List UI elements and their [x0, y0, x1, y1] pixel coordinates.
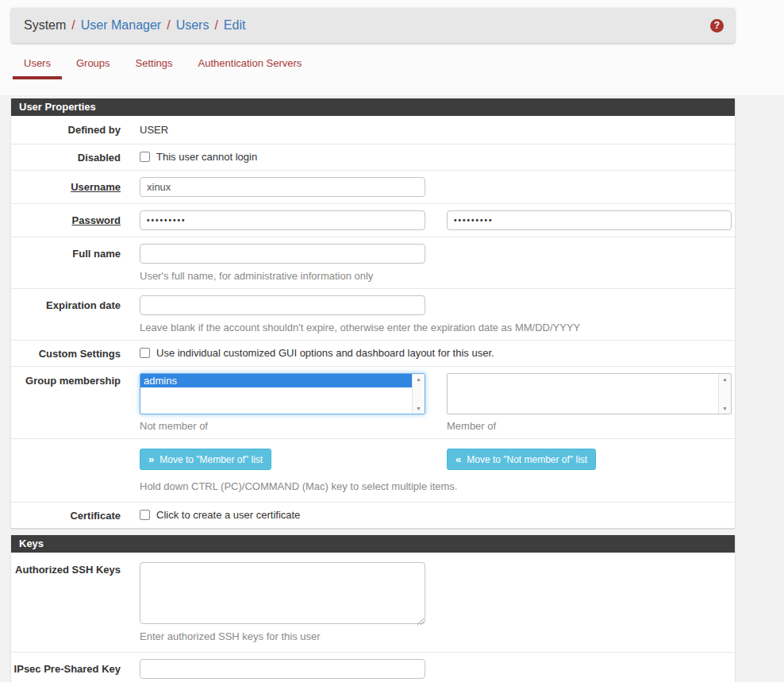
- panel-title-keys: Keys: [11, 535, 735, 553]
- certificate-checkbox-wrap: Click to create a user certificate: [140, 509, 732, 521]
- form-row-password: Password: [11, 204, 735, 237]
- user-properties-panel: User Properties Defined by USER Disabled…: [11, 98, 735, 528]
- breadcrumb-separator: /: [214, 18, 217, 33]
- custom-settings-label: Custom Settings: [11, 347, 121, 360]
- listbox-scrollbar[interactable]: ▲ ▼: [718, 374, 731, 414]
- defined-by-value: USER: [140, 124, 168, 136]
- ipsec-psk-input[interactable]: [140, 659, 425, 679]
- not-member-of-listbox[interactable]: admins ▲ ▼: [140, 373, 425, 414]
- breadcrumb-separator: /: [71, 18, 75, 33]
- scroll-up-icon[interactable]: ▲: [722, 376, 728, 382]
- tab-users[interactable]: Users: [13, 57, 62, 79]
- password-label: Password: [11, 210, 121, 230]
- disabled-label: Disabled: [11, 151, 121, 164]
- form-row-ipsec-psk: IPsec Pre-Shared Key: [11, 653, 735, 682]
- breadcrumb-link-users[interactable]: Users: [176, 18, 209, 33]
- expiration-date-help: Leave blank if the account shouldn't exp…: [140, 322, 732, 333]
- move-buttons-spacer: [11, 449, 121, 492]
- password-confirm-input[interactable]: [447, 210, 732, 230]
- full-name-help: User's full name, for administrative inf…: [140, 270, 732, 282]
- help-icon[interactable]: ?: [710, 19, 724, 33]
- breadcrumb-link-edit[interactable]: Edit: [224, 18, 246, 33]
- custom-settings-checkbox-wrap: Use individual customized GUI options an…: [140, 347, 732, 359]
- tab-groups[interactable]: Groups: [65, 57, 121, 79]
- double-left-arrow-icon: «: [455, 453, 461, 465]
- scroll-up-icon[interactable]: ▲: [416, 376, 421, 382]
- form-row-custom-settings: Custom Settings Use individual customize…: [11, 341, 735, 367]
- custom-settings-checkbox-label: Use individual customized GUI options an…: [156, 347, 494, 359]
- move-to-not-member-button-label: Move to "Not member of" list: [467, 454, 587, 465]
- form-row-move-buttons: » Move to "Member of" list « Move to "No…: [11, 439, 735, 503]
- form-row-username: Username: [11, 171, 735, 204]
- scroll-down-icon[interactable]: ▼: [722, 406, 728, 411]
- form-row-certificate: Certificate Click to create a user certi…: [11, 503, 735, 528]
- disabled-checkbox-label: This user cannot login: [156, 151, 257, 163]
- disabled-checkbox[interactable]: [140, 152, 150, 162]
- tab-settings[interactable]: Settings: [125, 57, 184, 79]
- keys-panel: Keys Authorized SSH Keys Enter authorize…: [11, 535, 735, 682]
- form-row-disabled: Disabled This user cannot login: [11, 144, 735, 171]
- group-membership-help: Hold down CTRL (PC)/COMMAND (Mac) key to…: [140, 480, 732, 492]
- expiration-date-label: Expiration date: [11, 295, 121, 333]
- listbox-option-admins[interactable]: admins: [140, 374, 412, 387]
- password-input[interactable]: [140, 210, 425, 230]
- custom-settings-checkbox[interactable]: [140, 348, 150, 358]
- certificate-checkbox-label: Click to create a user certificate: [156, 509, 300, 521]
- ssh-keys-label: Authorized SSH Keys: [11, 562, 121, 642]
- full-name-input[interactable]: [140, 244, 425, 264]
- breadcrumb: System / User Manager / Users / Edit ?: [11, 8, 735, 43]
- certificate-checkbox[interactable]: [140, 510, 150, 520]
- tab-authentication-servers[interactable]: Authentication Servers: [187, 57, 313, 79]
- breadcrumb-link-user-manager[interactable]: User Manager: [81, 18, 161, 33]
- ssh-keys-help: Enter authorized SSH keys for this user: [140, 630, 732, 642]
- full-name-label: Full name: [11, 244, 121, 282]
- username-label: Username: [11, 177, 121, 197]
- certificate-label: Certificate: [11, 509, 121, 522]
- not-member-of-caption: Not member of: [140, 420, 425, 432]
- form-row-defined-by: Defined by USER: [11, 116, 735, 144]
- form-row-group-membership: Group membership admins ▲ ▼ Not member o…: [11, 367, 735, 439]
- page-header: System / User Manager / Users / Edit ? U…: [0, 0, 784, 95]
- form-row-full-name: Full name User's full name, for administ…: [11, 237, 735, 289]
- form-row-ssh-keys: Authorized SSH Keys Enter authorized SSH…: [11, 553, 735, 653]
- move-to-not-member-button[interactable]: « Move to "Not member of" list: [447, 449, 596, 470]
- double-right-arrow-icon: »: [148, 453, 154, 465]
- username-input[interactable]: [140, 177, 425, 197]
- ssh-keys-textarea[interactable]: [140, 562, 425, 624]
- disabled-checkbox-wrap: This user cannot login: [140, 151, 732, 163]
- member-of-caption: Member of: [447, 420, 732, 432]
- breadcrumb-separator: /: [167, 18, 170, 33]
- move-to-member-button[interactable]: » Move to "Member of" list: [140, 449, 271, 470]
- defined-by-label: Defined by: [11, 124, 121, 136]
- breadcrumb-root: System: [24, 18, 66, 33]
- group-membership-label: Group membership: [11, 373, 121, 432]
- expiration-date-input[interactable]: [140, 295, 425, 315]
- ipsec-psk-label: IPsec Pre-Shared Key: [11, 659, 121, 679]
- member-of-listbox[interactable]: ▲ ▼: [447, 373, 732, 414]
- scroll-down-icon[interactable]: ▼: [416, 406, 421, 411]
- panel-title-user-properties: User Properties: [11, 98, 735, 116]
- main-content: User Properties Defined by USER Disabled…: [0, 95, 784, 682]
- tab-bar: Users Groups Settings Authentication Ser…: [13, 57, 784, 79]
- form-row-expiration-date: Expiration date Leave blank if the accou…: [11, 289, 735, 341]
- move-to-member-button-label: Move to "Member of" list: [159, 454, 263, 465]
- listbox-scrollbar[interactable]: ▲ ▼: [412, 374, 425, 414]
